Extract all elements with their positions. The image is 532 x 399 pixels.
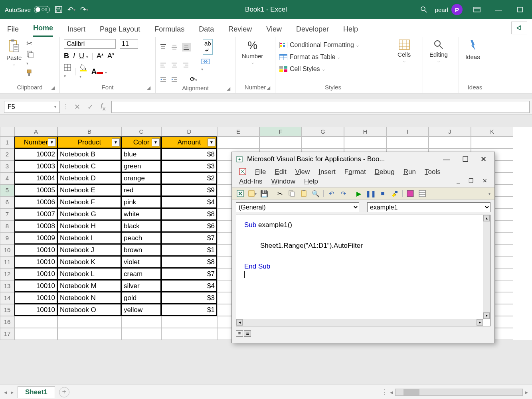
data-cell[interactable]: 10010 (14, 244, 57, 256)
vba-procedure-view-icon[interactable]: ≡ (236, 330, 243, 337)
data-cell[interactable]: $8 (161, 208, 217, 220)
wrap-text-icon[interactable]: ab⤶ (203, 39, 213, 55)
row-header[interactable]: 5 (0, 184, 14, 196)
vba-project-icon[interactable] (406, 189, 415, 198)
ideas-button[interactable]: Ideas (463, 39, 483, 60)
column-header[interactable]: G (302, 127, 344, 136)
row-header[interactable]: 10 (0, 244, 14, 256)
data-cell[interactable]: Notebook D (57, 172, 121, 184)
align-bottom-icon[interactable] (182, 43, 191, 51)
data-cell[interactable]: 10007 (14, 208, 57, 220)
filter-button[interactable]: ▼ (48, 138, 56, 146)
maximize-icon[interactable] (513, 2, 527, 17)
vba-undo-icon[interactable]: ↶ (327, 189, 336, 198)
vba-find-icon[interactable]: 🔍 (311, 189, 320, 198)
row-header[interactable]: 14 (0, 292, 14, 304)
data-cell[interactable]: silver (121, 280, 161, 292)
row-header[interactable]: 11 (0, 256, 14, 268)
filter-button[interactable]: ▼ (112, 138, 120, 146)
row-header[interactable]: 9 (0, 232, 14, 244)
vba-paste-icon[interactable] (299, 189, 308, 198)
cell[interactable] (344, 136, 386, 148)
column-header[interactable]: E (217, 127, 259, 136)
bold-button[interactable]: B (64, 52, 69, 60)
vba-mdi-restore-icon[interactable]: ❐ (469, 178, 474, 186)
vba-properties-icon[interactable] (418, 189, 427, 198)
filter-button[interactable]: ▼ (152, 138, 160, 146)
data-cell[interactable]: Notebook J (57, 244, 121, 256)
add-sheet-button[interactable]: + (59, 387, 69, 397)
header-cell[interactable]: Number▼ (14, 136, 57, 148)
data-cell[interactable]: $1 (161, 304, 217, 316)
data-cell[interactable]: Notebook E (57, 184, 121, 196)
vba-maximize-icon[interactable]: ☐ (458, 155, 473, 164)
data-cell[interactable]: black (121, 220, 161, 232)
font-name-select[interactable] (64, 39, 116, 49)
number-format-button[interactable]: % Number ⌵ (239, 39, 265, 65)
vba-reset-icon[interactable]: ■ (378, 189, 387, 198)
vba-break-icon[interactable]: ❚❚ (366, 189, 375, 198)
cell[interactable] (386, 136, 429, 148)
vba-menu-debug[interactable]: Debug (375, 168, 395, 176)
data-cell[interactable]: orange (121, 172, 161, 184)
tab-file[interactable]: File (7, 25, 19, 37)
data-cell[interactable]: 10009 (14, 232, 57, 244)
data-cell[interactable]: Notebook H (57, 220, 121, 232)
tab-review[interactable]: Review (228, 25, 252, 37)
row-header[interactable]: 8 (0, 220, 14, 232)
data-cell[interactable]: $1 (161, 244, 217, 256)
tab-developer[interactable]: Developer (296, 25, 329, 37)
row-header[interactable]: 15 (0, 304, 14, 316)
vba-mdi-close-icon[interactable]: ✕ (483, 178, 487, 186)
row-header[interactable]: 13 (0, 280, 14, 292)
sheet-nav-next-icon[interactable]: ▸ (11, 389, 14, 395)
tab-data[interactable]: Data (199, 25, 214, 37)
column-header[interactable]: F (259, 127, 302, 136)
align-top-icon[interactable] (160, 43, 167, 51)
data-cell[interactable]: Notebook N (57, 292, 121, 304)
autosave-toggle[interactable]: AutoSave Off (5, 6, 50, 13)
data-cell[interactable]: $2 (161, 172, 217, 184)
row-header[interactable]: 2 (0, 148, 14, 160)
formula-input[interactable] (111, 101, 530, 113)
data-cell[interactable]: $3 (161, 292, 217, 304)
enter-icon[interactable]: ✓ (87, 103, 93, 111)
data-cell[interactable]: $4 (161, 196, 217, 208)
data-cell[interactable]: Notebook F (57, 196, 121, 208)
data-cell[interactable]: 10003 (14, 160, 57, 172)
cell[interactable] (14, 316, 57, 328)
vba-menu-view[interactable]: View (295, 168, 310, 176)
row-header[interactable]: 16 (0, 316, 14, 328)
data-cell[interactable]: $7 (161, 268, 217, 280)
data-cell[interactable]: $6 (161, 220, 217, 232)
vba-menu-tools[interactable]: Tools (425, 168, 441, 176)
row-header[interactable]: 4 (0, 172, 14, 184)
sheet-nav-prev-icon[interactable]: ◂ (4, 389, 7, 395)
vba-mdi-min-icon[interactable]: _ (457, 178, 460, 186)
select-all-button[interactable] (0, 127, 14, 136)
tab-insert[interactable]: Insert (67, 25, 85, 37)
data-cell[interactable]: green (121, 160, 161, 172)
vba-minimize-icon[interactable]: — (439, 155, 454, 164)
data-cell[interactable]: peach (121, 232, 161, 244)
increase-indent-icon[interactable] (171, 76, 178, 83)
align-center-icon[interactable] (171, 61, 178, 69)
data-cell[interactable]: $8 (161, 256, 217, 268)
font-color-button[interactable]: A ▾ (91, 67, 107, 76)
editing-button[interactable]: Editing ⌵ (427, 39, 450, 63)
redo-icon[interactable]: ↷▾ (80, 6, 88, 14)
header-cell[interactable]: Color▼ (121, 136, 161, 148)
tab-formulas[interactable]: Formulas (154, 25, 184, 37)
cell[interactable] (161, 328, 217, 340)
vba-menu-insert[interactable]: Insert (318, 168, 336, 176)
data-cell[interactable]: $4 (161, 280, 217, 292)
data-cell[interactable]: $8 (161, 148, 217, 160)
data-cell[interactable]: 10010 (14, 268, 57, 280)
data-cell[interactable]: Notebook I (57, 232, 121, 244)
cell[interactable] (471, 136, 513, 148)
data-cell[interactable]: 10010 (14, 280, 57, 292)
cell[interactable] (161, 316, 217, 328)
vba-redo-icon[interactable]: ↷ (339, 189, 348, 198)
vba-menu-addins[interactable]: Add-Ins (239, 178, 263, 186)
vba-copy-icon[interactable] (287, 189, 296, 198)
